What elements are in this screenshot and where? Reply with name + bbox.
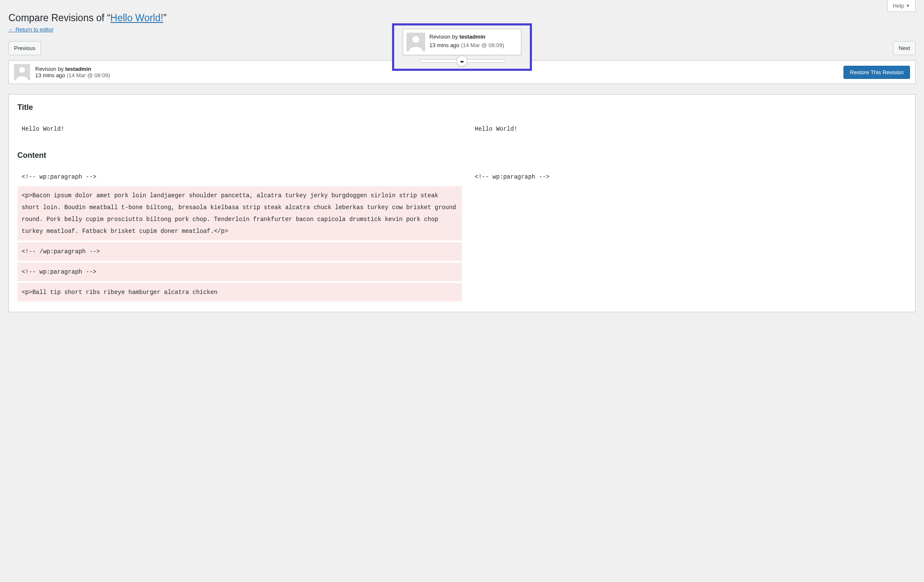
help-tab[interactable]: Help ▼ xyxy=(887,0,916,12)
revision-date: (14 Mar @ 08:09) xyxy=(67,72,110,78)
revision-author: testadmin xyxy=(65,66,91,72)
diff-cell-right: <!-- wp:paragraph --> xyxy=(462,168,907,186)
diff-cell-right xyxy=(462,282,907,302)
slider-track-right xyxy=(463,59,504,63)
avatar xyxy=(14,64,30,80)
svg-point-3 xyxy=(19,67,25,73)
diff-cell-left: <!-- wp:paragraph --> xyxy=(17,168,462,186)
diff-cell-left: <!-- wp:paragraph --> xyxy=(17,262,462,282)
dropdown-triangle-icon: ▼ xyxy=(906,3,910,8)
slider-grip-icon: ◂▸ xyxy=(460,59,464,64)
diff-title-heading: Title xyxy=(17,103,907,112)
diff-panel: Title Hello World! Hello World! Content … xyxy=(8,94,916,312)
restore-revision-button[interactable]: Restore This Revision xyxy=(843,66,910,79)
help-label: Help xyxy=(893,3,904,9)
diff-row: <!-- wp:paragraph --><!-- wp:paragraph -… xyxy=(17,168,907,186)
slider-handle[interactable]: ◂▸ xyxy=(456,56,468,67)
nav-row: Previous Next xyxy=(8,41,916,56)
diff-cell-left: <p>Ball tip short ribs ribeye hamburger … xyxy=(17,282,462,302)
diff-cell-right xyxy=(462,262,907,282)
diff-row: <!-- /wp:paragraph --> xyxy=(17,241,907,262)
diff-content-heading: Content xyxy=(17,151,907,160)
slider-track-left xyxy=(420,59,461,63)
revision-by-line: Revision by testadmin xyxy=(429,33,504,41)
next-button[interactable]: Next xyxy=(893,41,916,56)
diff-row: <p>Bacon ipsum dolor amet pork loin land… xyxy=(17,186,907,241)
page-title-suffix: ” xyxy=(163,12,167,23)
diff-row: <p>Ball tip short ribs ribeye hamburger … xyxy=(17,282,907,302)
revision-time-line: 13 mins ago (14 Mar @ 08:09) xyxy=(35,72,843,78)
diff-cell-left: <!-- /wp:paragraph --> xyxy=(17,241,462,262)
revision-slider[interactable]: ◂▸ xyxy=(420,59,504,63)
post-title-link[interactable]: Hello World! xyxy=(110,12,163,23)
revision-time: 13 mins ago xyxy=(35,72,67,78)
diff-cell-right xyxy=(462,186,907,241)
previous-button[interactable]: Previous xyxy=(8,41,41,56)
diff-title-row: Hello World! Hello World! xyxy=(17,120,907,138)
revision-by-prefix: Revision by xyxy=(429,34,459,40)
page-title: Compare Revisions of “Hello World!” xyxy=(8,12,916,25)
diff-title-right: Hello World! xyxy=(462,120,907,138)
revision-author: testadmin xyxy=(459,34,485,40)
page-title-prefix: Compare Revisions of “ xyxy=(8,12,110,23)
diff-title-left: Hello World! xyxy=(17,120,462,138)
diff-cell-left: <p>Bacon ipsum dolor amet pork loin land… xyxy=(17,186,462,241)
avatar-placeholder-icon xyxy=(14,64,30,80)
diff-content-table: <!-- wp:paragraph --><!-- wp:paragraph -… xyxy=(17,168,907,303)
revision-by-prefix: Revision by xyxy=(35,66,65,72)
return-to-editor-link[interactable]: ← Return to editor xyxy=(8,26,53,33)
diff-row: <!-- wp:paragraph --> xyxy=(17,262,907,282)
diff-title-table: Hello World! Hello World! xyxy=(17,120,907,138)
diff-cell-right xyxy=(462,241,907,262)
